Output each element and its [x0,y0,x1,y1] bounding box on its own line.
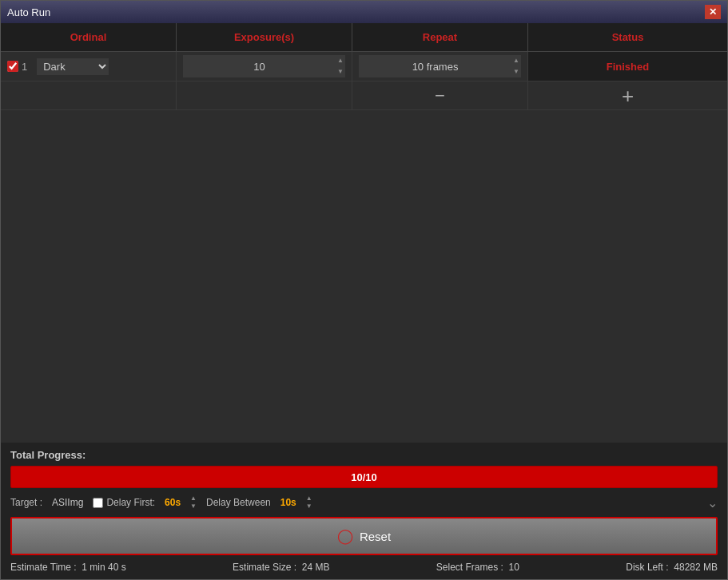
delay-first-up-arrow[interactable]: ▲ [190,495,197,503]
disk-left-label: Disk Left : [626,562,668,573]
estimate-time-item: Estimate Time : 1 min 40 s [10,562,126,573]
delay-between-up-arrow[interactable]: ▲ [306,495,312,503]
table-body: 1 Dark Flat Light ▲ ▼ [1,52,727,443]
reset-label: Reset [360,530,391,543]
select-frames-item: Select Frames : 10 [436,562,519,573]
select-frames-value: 10 [509,562,519,573]
repeat-cell: ▲ ▼ [352,52,528,81]
header-repeat: Repeat [352,23,528,51]
empty-action-ordinal [1,81,177,110]
table-header: Ordinal Exposure(s) Repeat Status [1,23,727,52]
repeat-spinbox: ▲ ▼ [359,55,521,77]
minus-cell: − [352,81,528,110]
auto-run-window: Auto Run ✕ Ordinal Exposure(s) Repeat St… [0,0,728,580]
total-progress-label: Total Progress: [10,449,718,461]
delay-between-down-arrow[interactable]: ▼ [306,503,312,510]
main-content: Ordinal Exposure(s) Repeat Status 1 Dark… [1,23,727,579]
table-row: 1 Dark Flat Light ▲ ▼ [1,52,727,81]
repeat-up-arrow[interactable]: ▲ [511,55,521,66]
repeat-arrows: ▲ ▼ [511,55,521,77]
add-row-button[interactable]: + [622,85,634,106]
exposure-value-input[interactable] [183,59,336,74]
select-frames-label: Select Frames : [436,562,503,573]
estimate-size-value: 24 MB [302,562,330,573]
header-ordinal: Ordinal [1,23,177,51]
estimate-time-label: Estimate Time : [10,562,77,573]
reset-icon: ◯ [337,527,353,545]
target-label: Target : [10,497,42,508]
exposure-spinbox: ▲ ▼ [183,55,345,77]
delay-between-spinbox: ▲ ▼ [306,495,312,510]
remove-row-button[interactable]: − [435,87,445,105]
exposure-arrows: ▲ ▼ [336,55,345,77]
bottom-section: Total Progress: 10/10 Target : ASIImg De… [1,443,727,579]
estimate-size-item: Estimate Size : 24 MB [233,562,329,573]
reset-button[interactable]: ◯ Reset [10,517,718,555]
estimate-size-label: Estimate Size : [233,562,296,573]
status-cell: Finished [528,52,727,81]
disk-left-item: Disk Left : 48282 MB [626,562,718,573]
window-title: Auto Run [7,6,50,18]
progress-text: 10/10 [351,471,377,483]
delay-first-checkbox-group: Delay First: [93,497,155,508]
options-row: Target : ASIImg Delay First: 60s ▲ ▼ Del… [10,495,718,510]
empty-action-exposure [177,81,352,110]
empty-table-area [1,110,727,443]
plus-cell: + [528,81,727,110]
exposure-down-arrow[interactable]: ▼ [336,66,345,77]
exposure-up-arrow[interactable]: ▲ [336,55,345,66]
status-value: Finished [607,61,649,73]
close-button[interactable]: ✕ [705,5,721,19]
delay-first-down-arrow[interactable]: ▼ [190,503,197,510]
footer-row: Estimate Time : 1 min 40 s Estimate Size… [10,562,718,573]
target-value: ASIImg [52,497,83,508]
action-row: − + [1,81,727,110]
title-bar: Auto Run ✕ [1,1,727,23]
row-checkbox[interactable] [7,61,18,72]
header-status: Status [528,23,727,51]
delay-first-value: 60s [165,497,181,508]
disk-left-value: 48282 MB [674,562,718,573]
delay-between-value: 10s [280,497,296,508]
delay-first-label: Delay First: [106,497,155,508]
repeat-down-arrow[interactable]: ▼ [511,66,521,77]
delay-between-arrows: ▲ ▼ [306,495,312,510]
delay-first-checkbox[interactable] [93,498,103,508]
estimate-time-value: 1 min 40 s [82,562,125,573]
scroll-down-icon[interactable]: ⌄ [707,495,718,510]
header-exposure: Exposure(s) [177,23,352,51]
ordinal-number: 1 [22,61,27,73]
delay-first-arrows: ▲ ▼ [190,495,197,510]
progress-bar: 10/10 [10,466,718,488]
exposure-type-select[interactable]: Dark Flat Light [37,58,109,75]
exposure-cell: ▲ ▼ [177,52,352,81]
repeat-value-input[interactable] [359,59,511,74]
ordinal-cell: 1 Dark Flat Light [1,52,177,81]
delay-between-label: Delay Between [206,497,271,508]
delay-first-spinbox: ▲ ▼ [190,495,197,510]
